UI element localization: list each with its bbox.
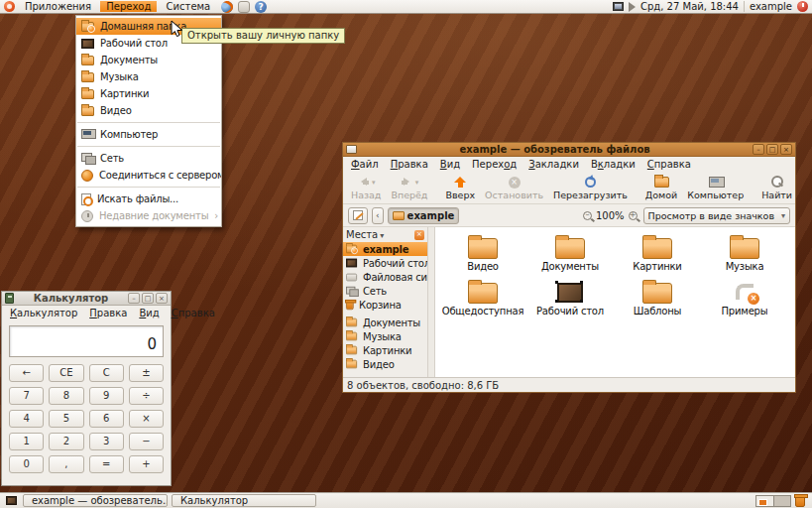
calculator-button[interactable]: ,: [49, 455, 83, 473]
display-tray-icon[interactable]: [613, 2, 624, 11]
dropdown-arrow-icon[interactable]: [372, 179, 376, 187]
calculator-button[interactable]: 7: [9, 387, 44, 405]
calculator-button[interactable]: CE: [49, 364, 83, 382]
sidebar-scrollbar[interactable]: [428, 227, 435, 377]
file-icon-item[interactable]: Музыка: [701, 232, 788, 277]
places-menu-item[interactable]: Документы: [76, 52, 221, 68]
volume-tray-icon[interactable]: [629, 2, 636, 12]
edit-location-button[interactable]: [348, 207, 368, 224]
file-icon-item[interactable]: Примеры: [701, 277, 788, 321]
calc-menu-item[interactable]: Вид: [133, 306, 165, 320]
file-icon-item[interactable]: Общедоступная: [439, 277, 526, 321]
calculator-button[interactable]: 9: [89, 387, 124, 405]
path-button[interactable]: example: [388, 207, 460, 224]
places-menu-item[interactable]: Искать файлы...: [76, 190, 221, 207]
toolbar-button[interactable]: Перезагрузить: [549, 173, 632, 202]
sidebar-item[interactable]: Музыка: [343, 329, 427, 343]
firefox-launcher-icon[interactable]: [221, 1, 233, 13]
calculator-button[interactable]: ±: [129, 364, 164, 382]
calculator-button[interactable]: 1: [9, 433, 44, 450]
trash-applet-icon[interactable]: [795, 495, 805, 507]
toolbar-button[interactable]: Домой: [641, 173, 681, 202]
install-launcher-icon[interactable]: [238, 1, 250, 13]
places-menu-item[interactable]: Соединиться с сервером...: [76, 167, 221, 184]
toolbar-button[interactable]: Найти: [757, 173, 796, 202]
places-menu-item[interactable]: Компьютер: [76, 126, 221, 143]
zoom-in-icon[interactable]: [629, 211, 638, 220]
sidebar-item[interactable]: example: [343, 242, 427, 256]
toolbar-button[interactable]: Вверх: [441, 173, 479, 202]
sidebar-item[interactable]: Файловая сист...: [343, 270, 427, 284]
calculator-button[interactable]: ÷: [129, 387, 164, 405]
help-launcher-icon[interactable]: ?: [255, 1, 267, 13]
fm-menu-item[interactable]: Закладки: [522, 157, 585, 172]
toolbar-button[interactable]: Компьютер: [683, 173, 748, 202]
places-menu-item[interactable]: Музыка: [76, 68, 221, 85]
fm-menu-item[interactable]: Правка: [385, 157, 434, 172]
minimize-button[interactable]: –: [753, 144, 764, 155]
calculator-button[interactable]: ←: [9, 364, 44, 382]
path-scroll-left-button[interactable]: ‹: [372, 207, 384, 224]
ubuntu-logo-icon[interactable]: [4, 1, 15, 12]
sidebar-item[interactable]: Корзина: [343, 298, 427, 312]
calc-menu-item[interactable]: Калькулятор: [4, 306, 83, 320]
file-icon-item[interactable]: Шаблоны: [614, 277, 701, 321]
calc-titlebar[interactable]: Калькулятор – □ ×: [2, 292, 171, 306]
calc-menu-item[interactable]: Правка: [83, 306, 133, 320]
fm-menu-item[interactable]: Переход: [466, 157, 522, 172]
sidebar-item[interactable]: Сеть: [343, 284, 427, 298]
panel-menu-item[interactable]: Переход: [100, 1, 157, 12]
zoom-out-icon[interactable]: [583, 211, 592, 220]
file-icon-item[interactable]: Документы: [526, 232, 614, 277]
file-icon-item[interactable]: Картинки: [614, 232, 701, 277]
clock-applet[interactable]: Срд, 27 Май, 18:44: [640, 1, 739, 12]
calculator-button[interactable]: −: [129, 433, 164, 450]
sidebar-close-icon[interactable]: [414, 230, 424, 240]
close-button[interactable]: ×: [156, 293, 168, 304]
sidebar-item[interactable]: Документы: [343, 316, 427, 329]
fm-titlebar[interactable]: example — обозреватель файлов – □ ×: [343, 143, 795, 157]
calculator-button[interactable]: ×: [129, 410, 164, 428]
fm-menu-item[interactable]: Вид: [434, 157, 466, 172]
sidebar-header[interactable]: Места: [343, 227, 427, 242]
workspace-1[interactable]: [756, 496, 773, 506]
places-menu-item[interactable]: Видео: [76, 102, 221, 119]
fm-file-pane[interactable]: Видео Документы Картинки Музыка: [435, 227, 795, 377]
panel-menu-item[interactable]: Система: [161, 1, 217, 12]
taskbar-window-button[interactable]: Калькулятор: [172, 494, 316, 507]
calculator-button[interactable]: 2: [49, 433, 83, 450]
view-mode-dropdown[interactable]: Просмотр в виде значков: [643, 207, 790, 224]
places-menu-item[interactable]: Сеть: [76, 150, 221, 167]
fm-menu-item[interactable]: Справка: [641, 157, 697, 172]
calculator-button[interactable]: 6: [89, 410, 124, 428]
calc-menu-item[interactable]: Справка: [166, 306, 221, 320]
maximize-button[interactable]: □: [142, 293, 154, 304]
power-icon[interactable]: [797, 1, 808, 12]
dropdown-arrow-icon[interactable]: [415, 179, 419, 187]
calculator-button[interactable]: =: [89, 455, 124, 473]
calculator-button[interactable]: 8: [49, 387, 83, 405]
sidebar-item[interactable]: Рабочий стол: [343, 256, 427, 270]
calculator-button[interactable]: 5: [49, 410, 83, 428]
maximize-button[interactable]: □: [766, 144, 778, 155]
close-button[interactable]: ×: [780, 144, 792, 155]
user-menu[interactable]: example: [750, 1, 792, 12]
places-menu-item[interactable]: Картинки: [76, 85, 221, 102]
calculator-button[interactable]: 3: [89, 433, 124, 450]
calculator-button[interactable]: C: [89, 364, 124, 382]
file-icon-item[interactable]: Видео: [439, 232, 526, 277]
panel-menu-item[interactable]: Приложения: [19, 1, 97, 12]
fm-menu-item[interactable]: Файл: [345, 157, 385, 172]
calculator-button[interactable]: 0: [9, 455, 44, 473]
file-icon-item[interactable]: Рабочий стол: [526, 277, 614, 321]
calculator-button[interactable]: 4: [9, 410, 44, 428]
workspace-2[interactable]: [773, 496, 791, 506]
fm-menu-item[interactable]: Вкладки: [585, 157, 641, 172]
sidebar-item[interactable]: Картинки: [343, 343, 427, 357]
sidebar-item[interactable]: Видео: [343, 357, 427, 371]
taskbar-window-button[interactable]: example — обозреватель...: [23, 494, 168, 507]
calculator-button[interactable]: +: [129, 455, 164, 473]
minimize-button[interactable]: –: [128, 293, 140, 304]
zoom-level[interactable]: 100%: [596, 210, 625, 221]
show-desktop-button[interactable]: [3, 494, 19, 507]
